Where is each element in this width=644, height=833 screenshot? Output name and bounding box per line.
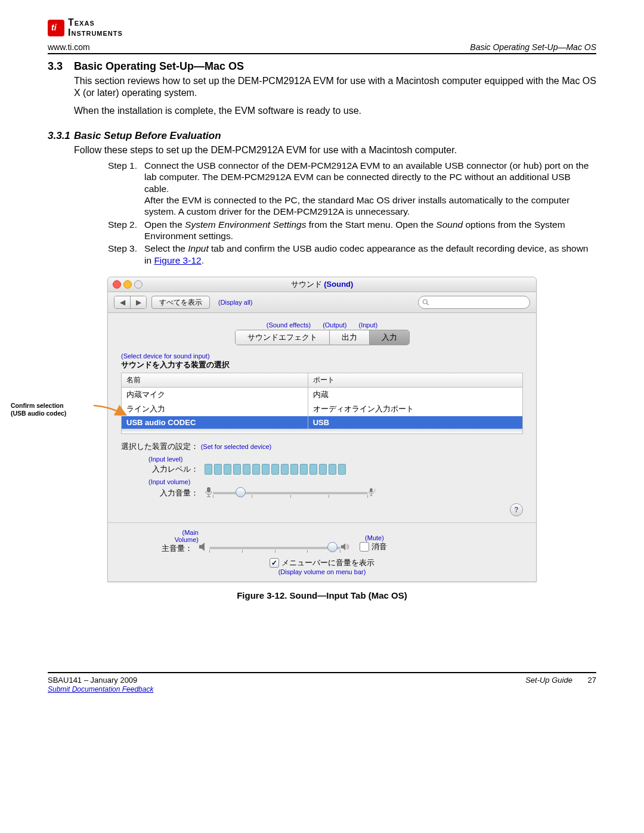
mute-translation: (Mute)	[360, 534, 389, 541]
search-icon	[422, 299, 429, 306]
back-button[interactable]: ◀	[114, 296, 130, 308]
window-title: サウンド (Sound)	[108, 279, 536, 290]
main-volume-label: 主音量：	[121, 543, 199, 554]
section-para-2: When the installation is complete, the E…	[74, 105, 596, 117]
svg-point-0	[423, 300, 428, 304]
show-all-translation: (Display all)	[218, 299, 252, 306]
input-level-translation: (Input level)	[148, 456, 523, 463]
footer-pageno: 27	[588, 676, 596, 685]
logo-text-top: Texas	[68, 18, 123, 28]
svg-line-1	[427, 304, 429, 305]
svg-point-10	[374, 492, 375, 493]
ti-logo-mark	[48, 20, 64, 36]
step-1-label: Step 1.	[95, 160, 144, 218]
footer-title: Set-Up Guide	[525, 676, 572, 685]
search-input[interactable]	[418, 296, 530, 309]
column-name[interactable]: 名前	[122, 373, 308, 387]
main-volume-translation: (MainVolume)	[121, 529, 199, 543]
subsection-title: Basic Setup Before Evaluation	[74, 130, 221, 142]
input-volume-translation: (Input volume)	[148, 478, 523, 485]
section-para-1: This section reviews how to set up the D…	[74, 75, 596, 99]
mute-checkbox[interactable]: 消音	[360, 541, 387, 552]
tab-sound-effects[interactable]: サウンドエフェクト	[236, 330, 329, 345]
show-all-button[interactable]: すべてを表示	[151, 296, 210, 309]
mac-sound-window: サウンド (Sound) ◀ ▶ すべてを表示 (Display all) (S…	[107, 277, 537, 582]
speaker-low-icon	[199, 542, 209, 554]
step-2-label: Step 2.	[95, 219, 144, 242]
svg-point-9	[374, 490, 375, 491]
section-number: 3.3	[48, 60, 74, 73]
footer-docid: SBAU141 – January 2009	[48, 676, 137, 685]
step-1-text-a: Connect the USB connector of the DEM-PCM…	[144, 160, 589, 194]
input-volume-label: 入力音量：	[121, 488, 205, 498]
device-row[interactable]: 内蔵マイク 内蔵	[122, 388, 522, 402]
ti-logo: Texas Instruments	[48, 18, 596, 39]
callout-arrow-icon	[92, 403, 128, 417]
feedback-link[interactable]: Submit Documentation Feedback	[48, 685, 153, 693]
device-row[interactable]: ライン入力 オーディオライン入力ポート	[122, 402, 522, 416]
menubar-translation: (Display volume on menu bar)	[121, 568, 523, 575]
step-3-label: Step 3.	[95, 243, 144, 266]
svg-rect-5	[370, 488, 373, 493]
input-volume-slider[interactable]	[213, 487, 368, 499]
callout-label: Confirm selection(USB audio codec)	[11, 402, 94, 417]
tab-output[interactable]: 出力	[329, 330, 369, 345]
select-device-translation: (Select device for sound input)	[121, 352, 523, 360]
tabs-translation: (Sound effects)(Output)(Input)	[121, 321, 523, 329]
device-list: 名前 ポート 内蔵マイク 内蔵 ライン入力 オーディオライン入力ポート USB …	[121, 373, 523, 434]
logo-text-bottom: Instruments	[68, 28, 123, 38]
header-url[interactable]: www.ti.com	[48, 42, 90, 52]
figure-link[interactable]: Figure 3-12	[154, 255, 201, 265]
column-port[interactable]: ポート	[308, 373, 522, 387]
subsection-intro: Follow these steps to set up the DEM-PCM…	[74, 144, 596, 156]
figure-caption: Figure 3-12. Sound—Input Tab (Mac OS)	[107, 590, 537, 600]
forward-button[interactable]: ▶	[130, 296, 146, 308]
input-level-label: 入力レベル：	[121, 464, 205, 475]
settings-for-device: 選択した装置の設定： (Set for selected device)	[121, 441, 523, 452]
main-volume-slider[interactable]	[209, 542, 340, 554]
subsection-number: 3.3.1	[48, 130, 74, 142]
speaker-high-icon	[340, 542, 351, 554]
show-volume-menubar-checkbox[interactable]: メニューバーに音量を表示	[270, 558, 374, 568]
select-device-label: サウンドを入力する装置の選択	[121, 360, 523, 370]
mic-high-icon	[368, 487, 376, 500]
svg-rect-2	[207, 487, 210, 493]
tab-input[interactable]: 入力	[369, 330, 409, 345]
header-section-title: Basic Operating Set-Up—Mac OS	[470, 42, 596, 52]
input-level-meter	[205, 464, 346, 475]
device-row-selected[interactable]: USB audio CODEC USB	[122, 416, 522, 429]
step-1-text-b: After the EVM is connected to the PC, th…	[144, 195, 569, 216]
mic-low-icon	[205, 487, 213, 500]
svg-point-8	[374, 489, 375, 490]
help-button[interactable]: ?	[510, 503, 523, 516]
section-title: Basic Operating Set-Up—Mac OS	[74, 60, 244, 73]
